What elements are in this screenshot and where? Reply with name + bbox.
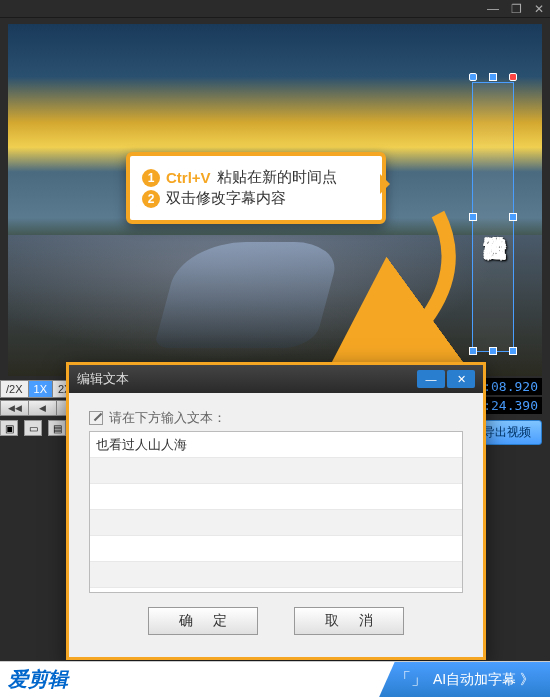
instruction-tooltip: 1 Ctrl+V 粘贴在新的时间点 2 双击修改字幕内容 (126, 152, 386, 224)
tooltip-line-1: 1 Ctrl+V 粘贴在新的时间点 (142, 168, 370, 187)
hotkey-text: Ctrl+V (166, 169, 211, 186)
ok-button[interactable]: 确 定 (148, 607, 258, 635)
text-line[interactable] (90, 510, 462, 536)
handle-menu-icon[interactable] (469, 73, 477, 81)
delete-handle-icon[interactable] (509, 73, 517, 81)
dialog-body: 请在下方输入文本： 也看过人山人海 确 定 取 消 (69, 393, 483, 657)
dialog-button-row: 确 定 取 消 (89, 593, 463, 641)
ai-button-label: AI自动加字幕 》 (433, 671, 534, 689)
minimize-button[interactable]: — (487, 2, 499, 16)
prompt-text: 请在下方输入文本： (109, 409, 226, 427)
close-button[interactable]: ✕ (534, 2, 544, 16)
tooltip-text: 粘贴在新的时间点 (217, 168, 337, 187)
speed-half[interactable]: /2X (1, 381, 29, 397)
text-line[interactable] (90, 536, 462, 562)
footer-bar: 爱剪辑 「」 AI自动加字幕 》 (0, 661, 550, 697)
subtitle-bounding-box[interactable]: 我曾经跨过山和大海 (472, 82, 514, 352)
dialog-title-text: 编辑文本 (77, 370, 129, 388)
text-input-area[interactable]: 也看过人山人海 (89, 431, 463, 593)
prev-frame-button[interactable]: ◀◀ (1, 401, 29, 415)
dialog-close-button[interactable]: ✕ (447, 370, 475, 388)
resize-handle[interactable] (489, 347, 497, 355)
resize-handle[interactable] (509, 213, 517, 221)
edit-icon (89, 411, 103, 425)
ai-auto-subtitle-button[interactable]: 「」 AI自动加字幕 》 (379, 662, 550, 698)
text-line[interactable] (90, 484, 462, 510)
video-preview[interactable]: 我曾经跨过山和大海 1 Ctrl+V 粘贴在新的时间点 2 双击修改字幕内容 (8, 24, 542, 376)
dialog-minimize-button[interactable]: — (417, 370, 445, 388)
text-line[interactable] (90, 458, 462, 484)
text-line[interactable] (90, 562, 462, 588)
maximize-button[interactable]: ❐ (511, 2, 522, 16)
prev-button[interactable]: ◀ (29, 401, 57, 415)
list-icon[interactable]: ▤ (48, 420, 66, 436)
speed-1x[interactable]: 1X (29, 381, 53, 397)
step-number-1: 1 (142, 169, 160, 187)
bracket-icon: 「」 (395, 669, 427, 690)
resize-handle[interactable] (469, 347, 477, 355)
guide-arrow-icon (298, 204, 498, 376)
resize-handle[interactable] (469, 213, 477, 221)
step-number-2: 2 (142, 190, 160, 208)
tooltip-line-2: 2 双击修改字幕内容 (142, 189, 370, 208)
cancel-button[interactable]: 取 消 (294, 607, 404, 635)
window-titlebar: — ❐ ✕ (0, 0, 550, 18)
save-icon[interactable]: ▣ (0, 420, 18, 436)
folder-icon[interactable]: ▭ (24, 420, 42, 436)
dialog-titlebar[interactable]: 编辑文本 — ✕ (69, 365, 483, 393)
app-logo: 爱剪辑 (8, 666, 68, 693)
tooltip-text: 双击修改字幕内容 (166, 189, 286, 208)
edit-text-dialog: 编辑文本 — ✕ 请在下方输入文本： 也看过人山人海 确 定 取 消 (66, 362, 486, 660)
dialog-prompt: 请在下方输入文本： (89, 409, 463, 427)
text-line[interactable]: 也看过人山人海 (90, 432, 462, 458)
resize-handle[interactable] (509, 347, 517, 355)
resize-handle[interactable] (489, 73, 497, 81)
